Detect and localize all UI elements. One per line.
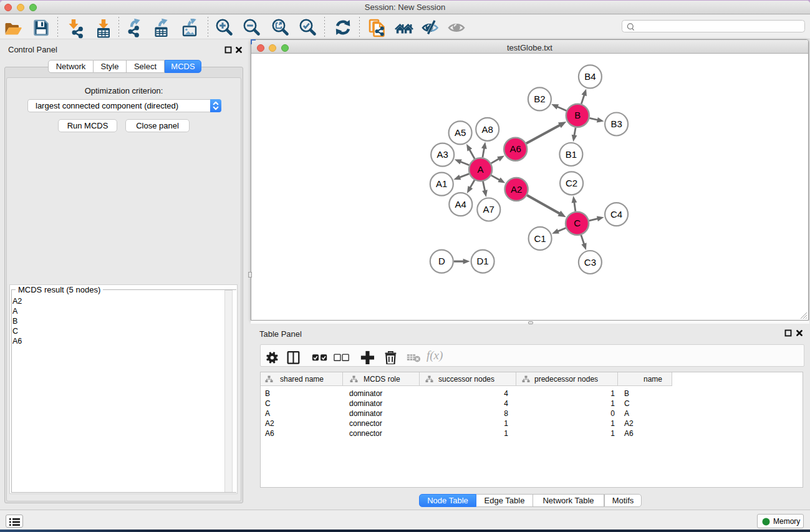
svg-text:A1: A1: [436, 178, 447, 189]
svg-text:A2: A2: [511, 184, 522, 195]
svg-text:B2: B2: [534, 94, 545, 104]
svg-text:A3: A3: [437, 149, 448, 160]
svg-text:A7: A7: [483, 204, 494, 215]
svg-text:A6: A6: [510, 143, 521, 154]
svg-text:B3: B3: [610, 118, 622, 129]
svg-text:A4: A4: [455, 199, 466, 210]
svg-text:C2: C2: [566, 178, 577, 188]
svg-text:A8: A8: [482, 124, 493, 135]
svg-text:C4: C4: [610, 209, 622, 220]
svg-text:D: D: [438, 256, 445, 266]
svg-text:B: B: [574, 110, 581, 120]
svg-text:B4: B4: [584, 71, 595, 82]
svg-text:B1: B1: [566, 149, 577, 160]
svg-text:C3: C3: [584, 257, 596, 268]
svg-text:A: A: [478, 164, 484, 175]
svg-text:C: C: [574, 218, 581, 228]
svg-text:C1: C1: [534, 233, 546, 244]
svg-text:D1: D1: [477, 256, 489, 266]
svg-text:A5: A5: [455, 127, 466, 138]
